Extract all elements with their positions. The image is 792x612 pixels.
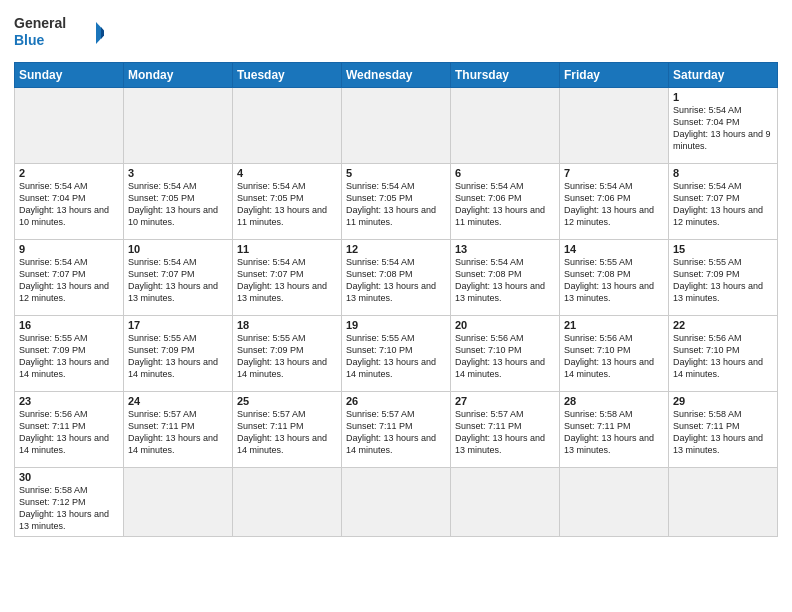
day-info: Sunrise: 5:57 AM Sunset: 7:11 PM Dayligh… [346,408,446,457]
calendar-cell: 15Sunrise: 5:55 AM Sunset: 7:09 PM Dayli… [669,240,778,316]
day-info: Sunrise: 5:54 AM Sunset: 7:05 PM Dayligh… [237,180,337,229]
calendar-cell: 23Sunrise: 5:56 AM Sunset: 7:11 PM Dayli… [15,392,124,468]
calendar-cell [124,468,233,537]
day-info: Sunrise: 5:54 AM Sunset: 7:04 PM Dayligh… [19,180,119,229]
day-info: Sunrise: 5:54 AM Sunset: 7:07 PM Dayligh… [237,256,337,305]
day-number: 16 [19,319,119,331]
day-number: 17 [128,319,228,331]
weekday-header-sunday: Sunday [15,63,124,88]
day-info: Sunrise: 5:56 AM Sunset: 7:11 PM Dayligh… [19,408,119,457]
day-number: 23 [19,395,119,407]
day-info: Sunrise: 5:57 AM Sunset: 7:11 PM Dayligh… [128,408,228,457]
day-number: 1 [673,91,773,103]
calendar-cell: 5Sunrise: 5:54 AM Sunset: 7:05 PM Daylig… [342,164,451,240]
day-info: Sunrise: 5:58 AM Sunset: 7:12 PM Dayligh… [19,484,119,533]
calendar-cell [15,88,124,164]
calendar-cell: 3Sunrise: 5:54 AM Sunset: 7:05 PM Daylig… [124,164,233,240]
calendar-cell: 17Sunrise: 5:55 AM Sunset: 7:09 PM Dayli… [124,316,233,392]
calendar-cell: 6Sunrise: 5:54 AM Sunset: 7:06 PM Daylig… [451,164,560,240]
day-number: 4 [237,167,337,179]
calendar-cell: 27Sunrise: 5:57 AM Sunset: 7:11 PM Dayli… [451,392,560,468]
calendar-cell: 13Sunrise: 5:54 AM Sunset: 7:08 PM Dayli… [451,240,560,316]
day-info: Sunrise: 5:56 AM Sunset: 7:10 PM Dayligh… [673,332,773,381]
day-number: 11 [237,243,337,255]
day-number: 27 [455,395,555,407]
day-info: Sunrise: 5:57 AM Sunset: 7:11 PM Dayligh… [455,408,555,457]
day-number: 30 [19,471,119,483]
day-number: 2 [19,167,119,179]
day-info: Sunrise: 5:54 AM Sunset: 7:08 PM Dayligh… [455,256,555,305]
calendar-body: 1Sunrise: 5:54 AM Sunset: 7:04 PM Daylig… [15,88,778,537]
calendar-cell: 10Sunrise: 5:54 AM Sunset: 7:07 PM Dayli… [124,240,233,316]
calendar-cell: 21Sunrise: 5:56 AM Sunset: 7:10 PM Dayli… [560,316,669,392]
day-number: 15 [673,243,773,255]
calendar-cell: 12Sunrise: 5:54 AM Sunset: 7:08 PM Dayli… [342,240,451,316]
page: General Blue SundayMondayTuesdayWednesda… [0,0,792,612]
calendar-cell [560,468,669,537]
calendar-cell [669,468,778,537]
day-info: Sunrise: 5:55 AM Sunset: 7:10 PM Dayligh… [346,332,446,381]
calendar-cell: 9Sunrise: 5:54 AM Sunset: 7:07 PM Daylig… [15,240,124,316]
calendar-cell: 4Sunrise: 5:54 AM Sunset: 7:05 PM Daylig… [233,164,342,240]
calendar-cell: 1Sunrise: 5:54 AM Sunset: 7:04 PM Daylig… [669,88,778,164]
weekday-header-saturday: Saturday [669,63,778,88]
day-number: 12 [346,243,446,255]
calendar-cell: 26Sunrise: 5:57 AM Sunset: 7:11 PM Dayli… [342,392,451,468]
day-info: Sunrise: 5:55 AM Sunset: 7:09 PM Dayligh… [673,256,773,305]
calendar-cell: 2Sunrise: 5:54 AM Sunset: 7:04 PM Daylig… [15,164,124,240]
day-info: Sunrise: 5:56 AM Sunset: 7:10 PM Dayligh… [455,332,555,381]
calendar-week-row: 2Sunrise: 5:54 AM Sunset: 7:04 PM Daylig… [15,164,778,240]
svg-text:General: General [14,15,66,31]
day-number: 8 [673,167,773,179]
calendar-cell: 30Sunrise: 5:58 AM Sunset: 7:12 PM Dayli… [15,468,124,537]
day-info: Sunrise: 5:54 AM Sunset: 7:07 PM Dayligh… [673,180,773,229]
calendar-cell: 16Sunrise: 5:55 AM Sunset: 7:09 PM Dayli… [15,316,124,392]
calendar-cell [233,468,342,537]
calendar-cell [451,468,560,537]
day-number: 24 [128,395,228,407]
logo-icon: General Blue [14,12,104,54]
day-number: 7 [564,167,664,179]
day-number: 6 [455,167,555,179]
weekday-header-tuesday: Tuesday [233,63,342,88]
calendar-cell: 8Sunrise: 5:54 AM Sunset: 7:07 PM Daylig… [669,164,778,240]
day-number: 13 [455,243,555,255]
day-number: 22 [673,319,773,331]
weekday-row: SundayMondayTuesdayWednesdayThursdayFrid… [15,63,778,88]
day-info: Sunrise: 5:55 AM Sunset: 7:09 PM Dayligh… [237,332,337,381]
day-info: Sunrise: 5:55 AM Sunset: 7:09 PM Dayligh… [128,332,228,381]
calendar-cell: 22Sunrise: 5:56 AM Sunset: 7:10 PM Dayli… [669,316,778,392]
day-info: Sunrise: 5:54 AM Sunset: 7:06 PM Dayligh… [564,180,664,229]
day-number: 29 [673,395,773,407]
day-number: 18 [237,319,337,331]
day-number: 26 [346,395,446,407]
day-info: Sunrise: 5:55 AM Sunset: 7:08 PM Dayligh… [564,256,664,305]
day-info: Sunrise: 5:54 AM Sunset: 7:07 PM Dayligh… [19,256,119,305]
calendar-week-row: 16Sunrise: 5:55 AM Sunset: 7:09 PM Dayli… [15,316,778,392]
calendar-cell: 11Sunrise: 5:54 AM Sunset: 7:07 PM Dayli… [233,240,342,316]
day-info: Sunrise: 5:55 AM Sunset: 7:09 PM Dayligh… [19,332,119,381]
day-info: Sunrise: 5:58 AM Sunset: 7:11 PM Dayligh… [564,408,664,457]
calendar-cell [233,88,342,164]
calendar-week-row: 9Sunrise: 5:54 AM Sunset: 7:07 PM Daylig… [15,240,778,316]
calendar-cell [342,468,451,537]
calendar-cell [342,88,451,164]
weekday-header-friday: Friday [560,63,669,88]
calendar-cell: 24Sunrise: 5:57 AM Sunset: 7:11 PM Dayli… [124,392,233,468]
day-info: Sunrise: 5:54 AM Sunset: 7:06 PM Dayligh… [455,180,555,229]
calendar-header: SundayMondayTuesdayWednesdayThursdayFrid… [15,63,778,88]
svg-text:Blue: Blue [14,32,45,48]
day-number: 14 [564,243,664,255]
calendar-cell [124,88,233,164]
weekday-header-thursday: Thursday [451,63,560,88]
svg-marker-3 [101,27,104,39]
calendar-table: SundayMondayTuesdayWednesdayThursdayFrid… [14,62,778,537]
calendar-cell [560,88,669,164]
calendar-week-row: 23Sunrise: 5:56 AM Sunset: 7:11 PM Dayli… [15,392,778,468]
day-number: 20 [455,319,555,331]
calendar-cell: 29Sunrise: 5:58 AM Sunset: 7:11 PM Dayli… [669,392,778,468]
header: General Blue [14,12,778,54]
calendar-week-row: 30Sunrise: 5:58 AM Sunset: 7:12 PM Dayli… [15,468,778,537]
day-number: 5 [346,167,446,179]
calendar-cell: 19Sunrise: 5:55 AM Sunset: 7:10 PM Dayli… [342,316,451,392]
